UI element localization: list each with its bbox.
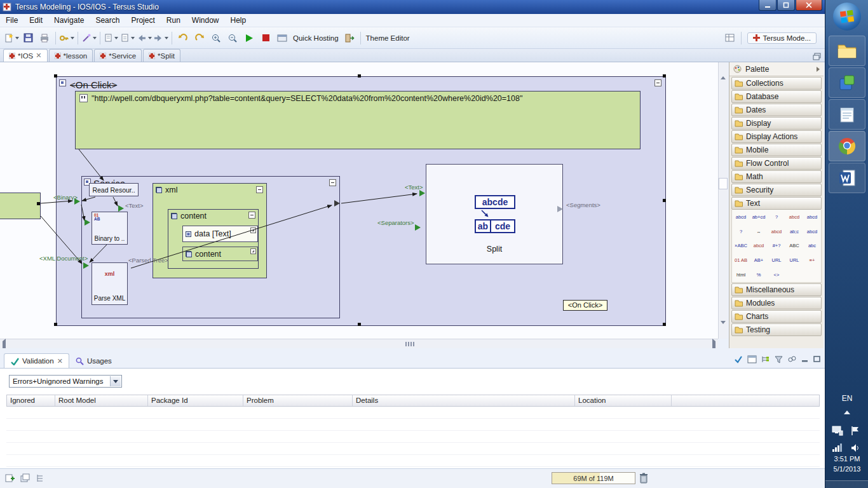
- show-desktop-button[interactable]: [825, 480, 868, 488]
- tab-split[interactable]: *Split: [143, 49, 180, 62]
- column-location[interactable]: Location: [575, 395, 672, 406]
- collapse-icon[interactable]: [654, 79, 661, 86]
- selection-handle[interactable]: [37, 202, 40, 205]
- start-button[interactable]: [833, 3, 861, 30]
- palette-category-collections[interactable]: Collections: [731, 77, 822, 90]
- palette-category-security[interactable]: Security: [731, 184, 822, 196]
- new-model-icon[interactable]: [5, 473, 15, 483]
- tree-view-icon[interactable]: [761, 355, 770, 363]
- palette-category-charts[interactable]: Charts: [731, 310, 822, 323]
- palette-text-item[interactable]: ABC: [785, 239, 803, 254]
- tab-validation[interactable]: Validation ✕: [4, 353, 69, 368]
- minimize-button[interactable]: [759, 0, 776, 11]
- selection-handle[interactable]: [663, 74, 666, 78]
- exit-hosting-button[interactable]: [342, 30, 357, 46]
- palette-pin-icon[interactable]: [817, 67, 820, 72]
- content-group[interactable]: content data [Text] content: [168, 209, 259, 269]
- zoom-out-button[interactable]: [225, 30, 240, 46]
- split-segments-port[interactable]: [557, 206, 563, 212]
- palette-text-item[interactable]: ab+cd: [750, 210, 768, 224]
- parse-input-port[interactable]: [83, 262, 89, 269]
- palette-category-text[interactable]: Text: [731, 197, 822, 210]
- selection-handle[interactable]: [358, 323, 361, 326]
- palette-text-item[interactable]: abcd: [750, 239, 768, 254]
- url-constant-node[interactable]: "http://wpell.com/dbqueryxml.php?table=c…: [75, 91, 641, 149]
- taskbar-word-button[interactable]: [829, 163, 865, 193]
- tab-usages[interactable]: Usages: [69, 353, 118, 368]
- palette-text-item[interactable]: abcd: [768, 224, 785, 239]
- expand-icon[interactable]: [250, 248, 256, 254]
- constant-node-clipped[interactable]: [0, 193, 41, 219]
- menu-navigate[interactable]: Navigate: [48, 14, 90, 27]
- menu-search[interactable]: Search: [90, 14, 125, 27]
- palette-text-item[interactable]: AB+: [750, 253, 768, 268]
- palette-text-item[interactable]: %: [750, 268, 768, 282]
- collapse-icon[interactable]: [256, 186, 263, 193]
- palette-text-item[interactable]: abc: [803, 239, 821, 254]
- data-field-node[interactable]: data [Text]: [182, 226, 258, 242]
- palette-text-item[interactable]: abcd: [803, 210, 821, 224]
- run-garbage-collector-button[interactable]: [639, 473, 648, 486]
- palette-text-item[interactable]: abcd: [803, 224, 821, 239]
- link-icon[interactable]: [787, 355, 797, 363]
- column-ignored[interactable]: Ignored: [7, 395, 55, 406]
- model-canvas[interactable]: <On Click> "http://wpell.com/dbqueryxml.…: [0, 62, 718, 339]
- palette-category-flow-control[interactable]: Flow Control: [731, 157, 822, 170]
- palette-text-item[interactable]: abcd: [785, 210, 803, 224]
- collapse-icon[interactable]: [329, 179, 336, 186]
- forward-button[interactable]: [153, 30, 168, 46]
- palette-category-testing[interactable]: Testing: [731, 323, 822, 336]
- column-problem[interactable]: Problem: [243, 395, 353, 406]
- split-separators-port[interactable]: [415, 224, 421, 231]
- signal-tray-icon[interactable]: [832, 444, 843, 455]
- palette-header[interactable]: Palette: [729, 62, 824, 76]
- close-tab-icon[interactable]: ✕: [57, 358, 63, 365]
- palette-category-dates[interactable]: Dates: [731, 104, 822, 116]
- save-button[interactable]: [20, 30, 36, 46]
- layers-icon[interactable]: [20, 473, 31, 483]
- table-row[interactable]: [6, 455, 820, 467]
- palette-text-item[interactable]: html: [732, 268, 750, 282]
- palette-category-modules[interactable]: Modules: [731, 297, 822, 309]
- split-text-port[interactable]: [419, 190, 425, 196]
- menu-project[interactable]: Project: [125, 14, 160, 27]
- undo-button[interactable]: [175, 30, 191, 46]
- language-indicator[interactable]: EN: [825, 394, 868, 403]
- palette-text-item[interactable]: #+?: [768, 239, 785, 254]
- validation-filter-dropdown[interactable]: Errors+Unignored Warnings: [9, 375, 122, 388]
- wand-tool-button[interactable]: [81, 30, 97, 46]
- scroll-down-icon[interactable]: [721, 324, 726, 336]
- palette-text-item[interactable]: URL: [768, 253, 785, 268]
- palette-text-item[interactable]: ↔: [750, 224, 768, 239]
- collapse-icon[interactable]: [248, 212, 255, 219]
- outline-icon[interactable]: [36, 473, 46, 483]
- column-details[interactable]: Details: [353, 395, 575, 406]
- palette-text-item[interactable]: 01 AB: [732, 253, 750, 268]
- title-bar[interactable]: Tersus Modeling - IOS/IOS - Tersus Studi…: [0, 0, 825, 14]
- palette-text-item[interactable]: ?: [732, 224, 750, 239]
- tab-ios[interactable]: *IOS ✕: [3, 49, 48, 62]
- expand-icon[interactable]: [250, 227, 256, 233]
- column-package-id[interactable]: Package Id: [148, 395, 243, 406]
- palette-text-item[interactable]: ?: [768, 210, 785, 224]
- palette-text-item[interactable]: abcd: [732, 210, 750, 224]
- new-wizard-button[interactable]: [4, 30, 19, 46]
- print-button[interactable]: [37, 30, 52, 46]
- table-row[interactable]: [6, 407, 820, 419]
- table-row[interactable]: [6, 419, 820, 431]
- menu-window[interactable]: Window: [186, 14, 225, 27]
- service-output-port[interactable]: [334, 200, 340, 207]
- table-row[interactable]: [6, 443, 820, 455]
- tab-service[interactable]: *Service: [94, 49, 142, 62]
- scroll-up-icon[interactable]: [721, 65, 726, 77]
- show-hidden-icons-button[interactable]: [825, 410, 868, 414]
- console-view-icon[interactable]: [747, 355, 757, 363]
- perspective-tersus-button[interactable]: Tersus Mode...: [747, 32, 817, 44]
- xml-group[interactable]: xml content data [Text]: [153, 183, 267, 278]
- split-node[interactable]: abcde ab cde Split: [426, 164, 563, 264]
- taskbar-chrome-button[interactable]: [829, 131, 865, 161]
- binary-to-node[interactable]: 01 AB Binary to ..: [92, 212, 128, 245]
- palette-text-item[interactable]: ab;c: [785, 224, 803, 239]
- taskbar-app-button[interactable]: [829, 67, 865, 98]
- sash-grip[interactable]: [405, 342, 414, 346]
